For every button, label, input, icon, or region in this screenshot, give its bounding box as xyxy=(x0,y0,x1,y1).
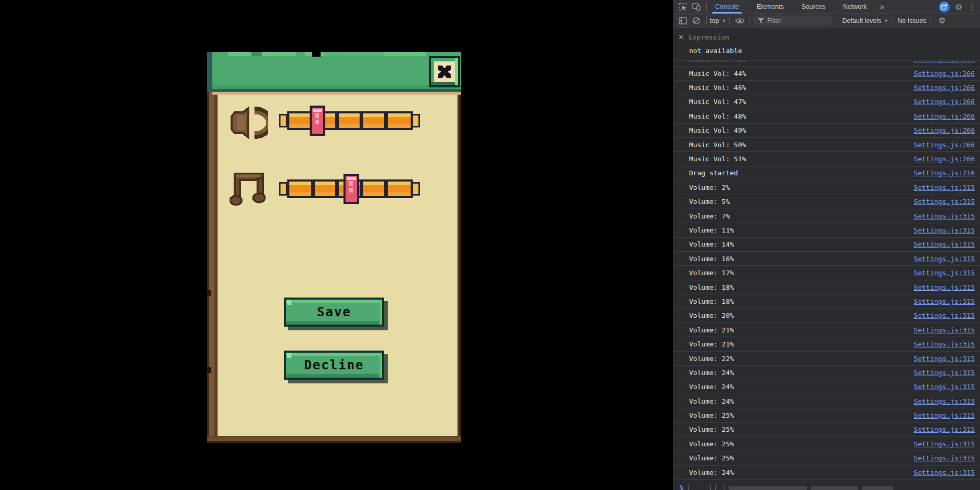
source-link[interactable]: Settings.js:266 xyxy=(914,155,975,163)
source-link[interactable]: Settings.js:266 xyxy=(914,126,975,134)
console-row: Music Vol: 46% Settings.js:266 xyxy=(674,81,980,95)
chevron-down-icon: ▼ xyxy=(721,18,726,23)
source-link[interactable]: Settings.js:266 xyxy=(914,141,975,149)
slider-left-cap xyxy=(279,114,287,127)
console-message: Volume: 21% xyxy=(689,340,734,348)
source-link[interactable]: Settings.js:315 xyxy=(914,383,975,391)
source-link[interactable]: Settings.js:315 xyxy=(914,269,975,277)
console-row: Volume: 25% Settings.js:315 xyxy=(674,423,980,437)
expression-placeholder[interactable]: Expression xyxy=(689,33,729,41)
source-link[interactable]: Settings.js:315 xyxy=(914,226,975,234)
console-row: Volume: 5% Settings.js:315 xyxy=(674,195,980,209)
expression-result: not available xyxy=(689,47,742,55)
source-link[interactable]: Settings.js:315 xyxy=(914,326,975,334)
funnel-icon xyxy=(758,18,764,24)
source-link[interactable]: Settings.js:266 xyxy=(914,70,975,78)
console-row: Volume: 18% Settings.js:315 xyxy=(674,280,980,294)
console-toolbar: top▼ Filter Default levels▼ No xyxy=(674,14,980,28)
source-link[interactable]: Settings.js:315 xyxy=(914,454,975,462)
devtools-panel: Console Elements Sources Network » ⚙ ⋮ xyxy=(673,0,980,490)
sound-volume-track[interactable] xyxy=(287,111,413,130)
console-row: Volume: 2% Settings.js:315 xyxy=(674,180,980,195)
dialog-bottom-border xyxy=(207,436,461,443)
source-link[interactable]: Settings.js:315 xyxy=(914,425,975,433)
tab-console[interactable]: Console xyxy=(710,0,744,14)
console-message: Volume: 25% xyxy=(689,454,734,462)
filter-input[interactable]: Filter xyxy=(753,16,833,25)
music-note-icon xyxy=(230,171,268,207)
console-message: Volume: 24% xyxy=(689,397,734,405)
console-row: Volume: 14% Settings.js:315 xyxy=(674,238,980,252)
console-message-list: Music Vol: 43% Settings.js:266 Music Vol… xyxy=(674,61,980,480)
filter-placeholder: Filter xyxy=(767,17,781,24)
console-message: Volume: 18% xyxy=(689,298,734,305)
console-row: Music Vol: 49% Settings.js:266 xyxy=(674,124,980,138)
source-link[interactable]: Settings.js:315 xyxy=(914,184,975,191)
tab-network[interactable]: Network xyxy=(838,0,872,14)
console-row: Volume: 22% Settings.js:315 xyxy=(674,352,980,366)
remove-expression-icon[interactable]: ✕ xyxy=(678,33,684,41)
divider xyxy=(749,17,750,24)
ai-assistance-icon[interactable] xyxy=(939,2,950,12)
header-notch xyxy=(312,52,321,57)
dialog-title-bar xyxy=(207,52,461,92)
console-settings-gear-icon[interactable]: ⚙ xyxy=(935,15,949,27)
button-corner-highlight xyxy=(287,300,291,305)
dialog-left-border xyxy=(207,92,218,443)
tab-elements[interactable]: Elements xyxy=(752,0,789,14)
slider-right-cap xyxy=(412,114,420,127)
console-row: Volume: 21% Settings.js:315 xyxy=(674,323,980,337)
close-button[interactable] xyxy=(429,56,460,87)
source-link[interactable]: Settings.js:315 xyxy=(914,397,975,405)
console-row: Volume: 24% Settings.js:315 xyxy=(674,466,980,480)
device-toolbar-icon[interactable] xyxy=(690,1,703,13)
source-link[interactable]: Settings.js:315 xyxy=(914,469,975,476)
console-message: Volume: 5% xyxy=(689,198,730,205)
eye-create-expression-icon[interactable] xyxy=(733,15,746,27)
source-link[interactable]: Settings.js:315 xyxy=(914,298,975,305)
source-link[interactable]: Settings.js:315 xyxy=(914,212,975,220)
source-link[interactable]: Settings.js:315 xyxy=(914,240,975,248)
screenshot-root: Save Decline Consol xyxy=(0,0,980,490)
source-link[interactable]: Settings.js:315 xyxy=(914,312,975,319)
console-message: Music Vol: 46% xyxy=(689,84,746,92)
hint-text-clipped xyxy=(862,486,893,490)
more-options-icon[interactable]: ⋮ xyxy=(965,1,979,13)
source-link[interactable]: Settings.js:315 xyxy=(914,411,975,419)
source-link[interactable]: Settings.js:315 xyxy=(914,440,975,448)
issues-counter[interactable]: No Issues xyxy=(897,17,926,24)
source-link[interactable]: Settings.js:315 xyxy=(914,255,975,263)
decline-button[interactable]: Decline xyxy=(284,351,384,380)
dialog-right-border xyxy=(457,92,461,436)
divider xyxy=(706,17,707,24)
console-message: Volume: 21% xyxy=(689,326,734,334)
prompt-chevron-icon: ❯ xyxy=(679,484,684,490)
context-selector[interactable]: top▼ xyxy=(710,17,726,24)
dialog-body-top-highlight xyxy=(212,92,461,95)
save-button[interactable]: Save xyxy=(284,298,384,327)
source-link[interactable]: Settings.js:315 xyxy=(914,355,975,363)
console-prompt[interactable]: ❯ xyxy=(673,482,980,490)
log-levels-selector[interactable]: Default levels▼ xyxy=(842,17,888,24)
sound-volume-handle[interactable] xyxy=(310,106,325,136)
dialog-body xyxy=(218,95,457,436)
header-left-edge xyxy=(207,52,212,92)
source-link[interactable]: Settings.js:315 xyxy=(914,340,975,348)
inspect-element-icon[interactable] xyxy=(676,1,690,13)
settings-gear-icon[interactable]: ⚙ xyxy=(952,1,965,13)
source-link[interactable]: Settings.js:315 xyxy=(914,283,975,291)
source-link[interactable]: Settings.js:266 xyxy=(914,98,975,106)
source-link[interactable]: Settings.js:266 xyxy=(914,112,975,120)
tab-sources[interactable]: Sources xyxy=(796,0,831,14)
source-link[interactable]: Settings.js:266 xyxy=(914,61,975,63)
source-link[interactable]: Settings.js:266 xyxy=(914,84,975,92)
console-sidebar-icon[interactable] xyxy=(676,15,690,27)
more-tabs-icon[interactable]: » xyxy=(875,1,889,13)
source-link[interactable]: Settings.js:315 xyxy=(914,369,975,377)
console-message: Music Vol: 47% xyxy=(689,98,746,106)
clear-console-icon[interactable] xyxy=(690,15,703,27)
source-link[interactable]: Settings.js:315 xyxy=(914,198,975,205)
keycap-hint xyxy=(688,484,711,490)
source-link[interactable]: Settings.js:216 xyxy=(914,169,975,177)
music-volume-handle[interactable] xyxy=(343,174,359,204)
